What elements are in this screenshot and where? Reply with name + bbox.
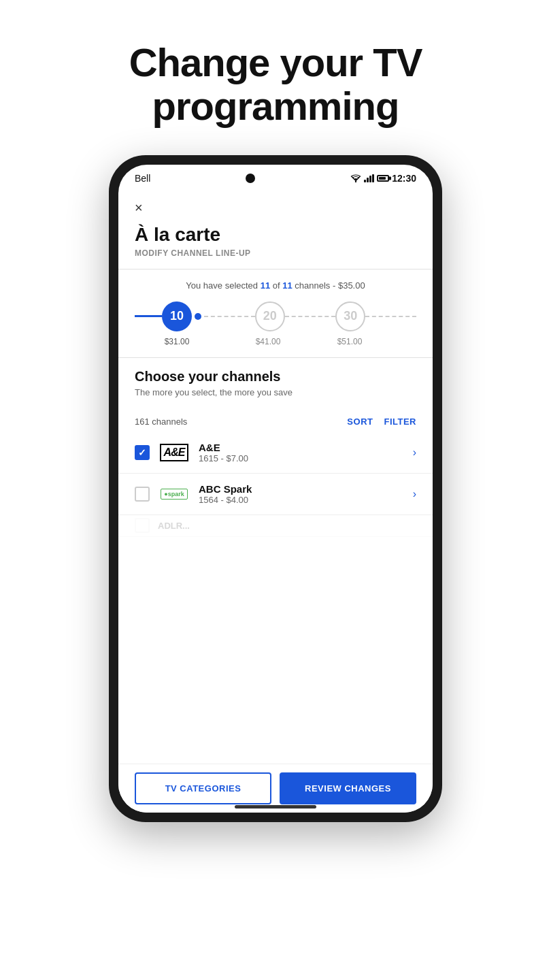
ae-chevron: ›	[413, 446, 416, 459]
step-30-inactive[interactable]: 30	[335, 301, 365, 331]
abc-spark-checkbox[interactable]	[135, 487, 150, 502]
step-line-dashed-1	[204, 316, 255, 317]
sort-button[interactable]: SORT	[347, 416, 373, 427]
channels-subtitle: The more you select, the more you save	[135, 387, 416, 397]
wifi-icon	[350, 174, 361, 182]
svg-point-0	[355, 180, 356, 182]
close-button[interactable]: ×	[135, 200, 143, 216]
channel-item-partial: ADLR...	[118, 515, 433, 537]
partial-checkbox	[135, 518, 150, 533]
ae-details: 1615 - $7.00	[199, 453, 413, 463]
abc-spark-name: ABC Spark	[199, 483, 413, 495]
camera-notch	[246, 174, 255, 183]
steps-labels: $31.00 $41.00 $51.00	[135, 337, 416, 346]
phone-wrapper: Bell	[109, 155, 442, 822]
total-channels: 11	[282, 280, 292, 291]
abc-spark-logo: ●spark	[158, 483, 190, 505]
summary-prefix: You have selected	[186, 280, 260, 291]
abc-spark-chevron: ›	[413, 488, 416, 500]
phone-screen: Bell	[118, 165, 433, 813]
channels-title: Choose your channels	[135, 369, 416, 385]
ae-logo: A&E	[158, 442, 190, 463]
hero-title-line1: Change your TV	[129, 40, 422, 84]
steps-container: 10 20 30	[118, 301, 433, 357]
hero-title-line2: programming	[152, 84, 399, 128]
tv-categories-button[interactable]: TV CATEGORIES	[135, 772, 271, 804]
status-icons: 12:30	[350, 173, 416, 184]
step-30-label: $51.00	[335, 337, 365, 346]
step-line-dashed-3	[365, 316, 416, 317]
page-hero-title: Change your TV programming	[129, 41, 422, 128]
steps-track: 10 20 30	[135, 301, 416, 331]
ae-info: A&E 1615 - $7.00	[199, 442, 413, 463]
ae-name: A&E	[199, 442, 413, 453]
channels-toolbar: 161 channels SORT FILTER	[118, 411, 433, 432]
signal-icon	[364, 174, 374, 182]
channels-count: 161 channels	[135, 416, 187, 427]
step-20-inactive[interactable]: 20	[255, 301, 285, 331]
step-10-active[interactable]: 10	[162, 301, 192, 331]
step-10-label: $31.00	[162, 337, 192, 346]
status-bar: Bell	[118, 165, 433, 189]
step-dot	[195, 313, 201, 320]
summary-suffix: channels - $35.00	[293, 280, 365, 291]
summary-of: of	[270, 280, 282, 291]
carrier-label: Bell	[135, 173, 150, 184]
phone-frame: Bell	[109, 155, 442, 822]
channels-section: Choose your channels The more you select…	[118, 358, 433, 764]
channels-header: Choose your channels The more you select…	[118, 358, 433, 411]
review-changes-button[interactable]: REVIEW CHANGES	[280, 772, 416, 804]
channel-item-abc-spark[interactable]: ●spark ABC Spark 1564 - $4.00 ›	[118, 474, 433, 515]
step-line-dashed-2	[285, 316, 336, 317]
header-section: × À la carte MODIFY CHANNEL LINE-UP	[118, 189, 433, 269]
app-content: × À la carte MODIFY CHANNEL LINE-UP You …	[118, 189, 433, 813]
battery-icon	[377, 175, 389, 182]
channel-list: A&E A&E 1615 - $7.00 ›	[118, 432, 433, 764]
selected-count: 11	[261, 280, 270, 291]
abc-spark-info: ABC Spark 1564 - $4.00	[199, 483, 413, 505]
page-title: À la carte	[135, 224, 416, 246]
summary-text: You have selected 11 of 11 channels - $3…	[135, 280, 416, 291]
abc-spark-details: 1564 - $4.00	[199, 495, 413, 505]
channel-item-ae[interactable]: A&E A&E 1615 - $7.00 ›	[118, 432, 433, 474]
filter-button[interactable]: FILTER	[384, 416, 416, 427]
ae-checkbox[interactable]	[135, 445, 150, 460]
page-subtitle: MODIFY CHANNEL LINE-UP	[135, 248, 416, 258]
toolbar-actions: SORT FILTER	[347, 416, 416, 427]
home-indicator	[235, 805, 316, 808]
partial-name: ADLR...	[158, 521, 190, 531]
step-20-label: $41.00	[253, 337, 283, 346]
step-line-filled	[135, 315, 162, 317]
status-time: 12:30	[392, 173, 416, 184]
selection-summary: You have selected 11 of 11 channels - $3…	[118, 270, 433, 301]
